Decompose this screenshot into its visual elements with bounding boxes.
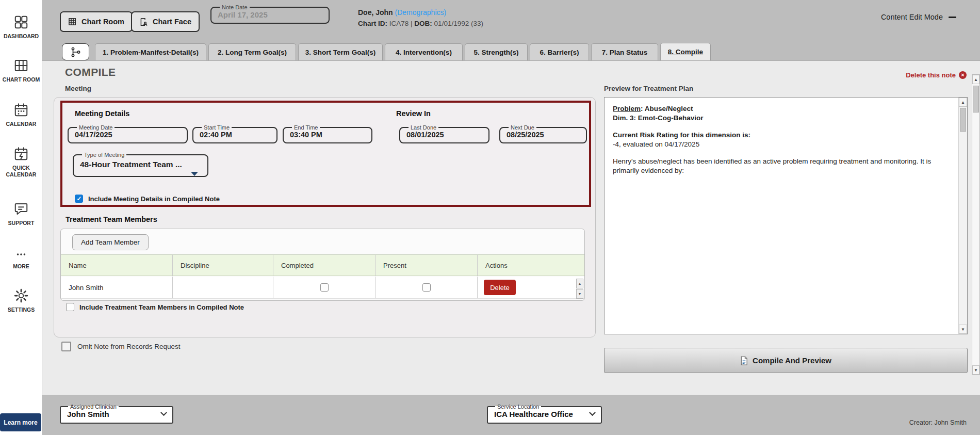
demographics-link[interactable]: (Demographics) <box>395 8 447 17</box>
tab-strengths[interactable]: 5. Strength(s) <box>465 43 528 60</box>
learn-more-button[interactable]: Learn more <box>0 413 41 431</box>
preview-scroll-thumb[interactable] <box>960 108 966 132</box>
service-location-value: ICA Healthcare Office <box>494 410 573 418</box>
page-scroll-down-button[interactable]: ▼ <box>972 365 979 375</box>
compile-and-preview-button[interactable]: Compile And Preview <box>604 348 968 373</box>
delete-team-member-button[interactable]: Delete <box>484 280 516 295</box>
sidebar-item-label: CHART ROOM <box>1 76 41 83</box>
table-scroll-up-button[interactable]: ▲ <box>576 279 583 288</box>
tab-long-term-goals[interactable]: 2. Long Term Goal(s) <box>208 43 296 60</box>
tab-plan-status[interactable]: 7. Plan Status <box>591 43 658 60</box>
sidebar-item-quick-calendar[interactable]: QUICK CALENDAR <box>0 146 42 178</box>
note-date-label: Note Date <box>220 4 250 10</box>
present-checkbox[interactable] <box>422 283 431 292</box>
content-edit-mode-label: Content Edit Mode <box>881 13 943 21</box>
sidebar-item-dashboard[interactable]: DASHBOARD <box>0 14 42 40</box>
sidebar-item-support[interactable]: SUPPORT <box>0 201 42 227</box>
start-time-value: 02:40 PM <box>199 131 271 142</box>
content-edit-mode-toggle[interactable]: Content Edit Mode <box>881 13 956 21</box>
meeting-date-field[interactable]: Meeting Date 04/17/2025 <box>68 124 188 143</box>
preview-scrollbar[interactable]: ▲ ▼ <box>958 98 967 334</box>
delete-this-note-link[interactable]: Delete this note × <box>906 71 967 79</box>
note-date-field[interactable]: Note Date April 17, 2025 <box>210 4 330 24</box>
last-done-label: Last Done <box>409 124 438 131</box>
include-team-members-checkbox[interactable] <box>66 303 74 311</box>
type-of-meeting-select[interactable]: Type of Meeting 48-Hour Treatment Team .… <box>73 152 208 177</box>
chart-face-label: Chart Face <box>153 18 191 26</box>
tab-barriers[interactable]: 6. Barrier(s) <box>530 43 589 60</box>
dob-value: 01/01/1992 (33) <box>434 20 483 27</box>
preview-text: Problem: Abuse/Neglect Dim. 3: Emot-Cog-… <box>605 98 958 334</box>
end-time-field[interactable]: End Time 03:40 PM <box>283 124 372 143</box>
tab-flow-diagram[interactable] <box>62 43 89 60</box>
preview-scroll-down-button[interactable]: ▼ <box>959 325 967 334</box>
tab-compile[interactable]: 8. Compile <box>660 43 711 60</box>
omit-note-checkbox[interactable] <box>61 342 71 351</box>
next-due-field[interactable]: Next Due 08/25/2025 <box>499 124 587 143</box>
sidebar-item-label: CALENDAR <box>5 121 38 127</box>
sidebar-item-settings[interactable]: SETTINGS <box>0 288 42 313</box>
include-meeting-details-checkbox[interactable] <box>75 195 83 203</box>
tab-problem-manifest-details[interactable]: 1. Problem-Manifest-Detail(s) <box>95 43 206 60</box>
column-header-actions: Actions <box>478 255 584 276</box>
collapse-minus-icon <box>949 17 956 18</box>
bottom-bar: Assigned Clinician John Smith Service Lo… <box>42 395 980 435</box>
column-header-present: Present <box>375 255 478 276</box>
page-title: COMPILE <box>65 66 116 78</box>
page-scroll-thumb[interactable] <box>973 86 979 112</box>
patient-info: Doe, John (Demographics) Chart ID: ICA78… <box>358 7 483 29</box>
delete-this-note-label: Delete this note <box>906 71 956 79</box>
sidebar-item-label: MORE <box>11 263 31 270</box>
top-header: Chart Room Chart Face Note Date April 17… <box>42 0 980 61</box>
chart-face-button[interactable]: Chart Face <box>131 11 200 32</box>
sidebar-item-more[interactable]: MORE <box>0 249 42 270</box>
column-header-discipline: Discipline <box>173 255 273 276</box>
meeting-details-title: Meeting Details <box>75 109 129 118</box>
evidence-paragraph: Henry's abuse/neglect has been identifie… <box>613 157 950 175</box>
service-location-select[interactable]: Service Location ICA Healthcare Office <box>487 404 602 424</box>
last-done-field[interactable]: Last Done 08/01/2025 <box>399 124 489 143</box>
completed-checkbox[interactable] <box>320 283 329 292</box>
app-root: { "sidebar": { "items": [ { "label": "DA… <box>0 0 980 435</box>
chevron-down-icon <box>589 409 596 416</box>
quick-calendar-icon <box>13 146 29 162</box>
start-time-field[interactable]: Start Time 02:40 PM <box>192 124 277 143</box>
note-date-value: April 17, 2025 <box>217 10 323 23</box>
include-team-members-label: Include Treatment Team Members in Compil… <box>79 303 244 311</box>
meeting-container: Meeting Details Review In Meeting Date 0… <box>54 97 596 337</box>
problem-label: Problem <box>613 105 641 112</box>
flow-branch-icon <box>70 46 81 58</box>
start-time-label: Start Time <box>202 124 232 131</box>
table-scroll-down-button[interactable]: ▼ <box>576 289 583 299</box>
include-team-members-row: Include Treatment Team Members in Compil… <box>66 303 244 311</box>
type-of-meeting-value: 48-Hour Treatment Team ... <box>79 158 202 176</box>
dashboard-grid-icon <box>13 14 29 30</box>
sidebar-item-label: SETTINGS <box>6 307 37 313</box>
circle-x-icon: × <box>959 71 967 79</box>
meeting-date-label: Meeting Date <box>77 124 115 131</box>
next-due-label: Next Due <box>509 124 536 131</box>
support-chat-icon <box>13 201 29 217</box>
add-team-member-button[interactable]: Add Team Member <box>72 234 149 250</box>
assigned-clinician-select[interactable]: Assigned Clinician John Smith <box>60 404 173 424</box>
more-dots-icon <box>13 249 29 260</box>
dob-label: DOB: <box>414 20 432 27</box>
column-header-completed: Completed <box>273 255 375 276</box>
sidebar-item-chart-room[interactable]: CHART ROOM <box>0 58 42 83</box>
page-scrollbar[interactable]: ▲ ▼ <box>972 74 980 375</box>
preview-scroll-up-button[interactable]: ▲ <box>959 98 967 107</box>
creator-text: Creator: John Smith <box>909 419 967 426</box>
assigned-clinician-value: John Smith <box>67 410 109 418</box>
sidebar-item-label: SUPPORT <box>7 220 36 227</box>
tab-short-term-goals[interactable]: 3. Short Term Goal(s) <box>298 43 383 60</box>
tab-interventions[interactable]: 4. Intervention(s) <box>385 43 463 60</box>
meeting-section-label: Meeting <box>65 85 91 92</box>
omit-note-label: Omit Note from Records Request <box>77 343 181 350</box>
include-meeting-details-label: Include Meeting Details in Compiled Note <box>88 195 220 203</box>
sidebar-item-calendar[interactable]: CALENDAR <box>0 102 42 127</box>
omit-note-row: Omit Note from Records Request <box>61 342 181 351</box>
chart-room-button[interactable]: Chart Room <box>60 11 133 32</box>
review-in-title: Review In <box>396 109 431 118</box>
end-time-label: End Time <box>292 124 320 131</box>
page-scroll-up-button[interactable]: ▲ <box>972 75 979 84</box>
